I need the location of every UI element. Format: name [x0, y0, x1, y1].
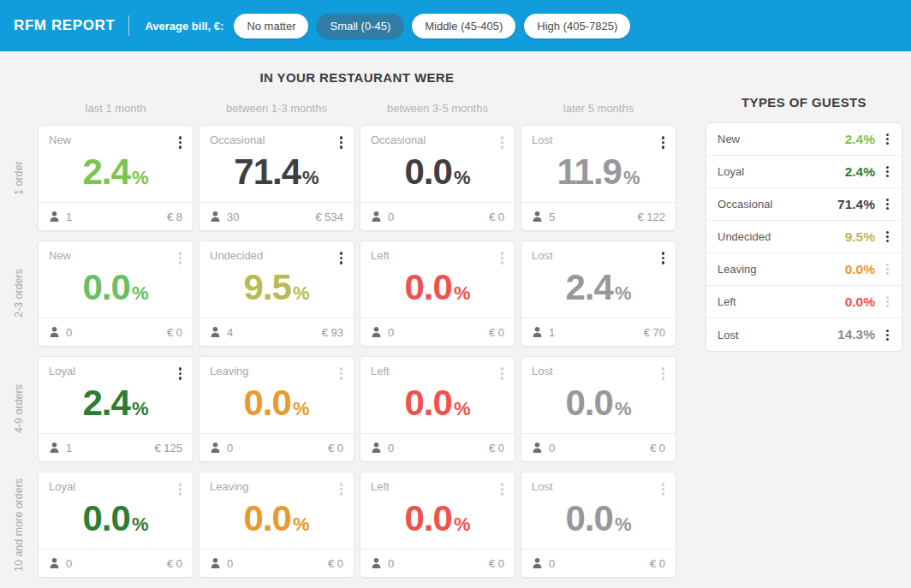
- segment-percentage: 2.4%: [39, 383, 193, 424]
- segment-percentage: 0.0%: [360, 498, 515, 539]
- card-footer: 0€ 0: [39, 318, 193, 346]
- guest-type-percentage: 2.4%: [845, 132, 875, 147]
- kebab-menu-icon[interactable]: [499, 480, 506, 498]
- card-footer: 30€ 534: [199, 202, 354, 230]
- percent-sign: %: [454, 167, 471, 188]
- row-label-4-9-orders: 4-9 orders: [0, 356, 38, 462]
- kebab-menu-icon[interactable]: [660, 365, 667, 383]
- revenue-amount: € 70: [644, 326, 665, 339]
- filter-button-middle-45-405[interactable]: Middle (45-405): [412, 14, 515, 39]
- person-icon: [210, 211, 221, 223]
- guest-count-value: 4: [227, 326, 233, 339]
- segment-percentage: 0.0%: [360, 151, 515, 193]
- guest-count-value: 5: [549, 211, 555, 223]
- kebab-menu-icon[interactable]: [884, 229, 890, 245]
- segment-percentage: 0.0%: [360, 383, 515, 424]
- row-label-10-and-more-orders: 10 and more orders: [0, 472, 38, 578]
- person-icon: [371, 442, 382, 454]
- segment-percentage: 2.4%: [521, 267, 676, 308]
- segment-card-occasional-r1c2: Occasional71.4%30€ 534: [199, 125, 354, 231]
- percentage-number: 0.0: [83, 498, 130, 538]
- kebab-menu-icon[interactable]: [499, 134, 506, 151]
- person-icon: [371, 326, 382, 338]
- kebab-menu-icon[interactable]: [884, 261, 890, 277]
- card-footer: 1€ 70: [521, 318, 676, 346]
- card-header: Left: [360, 472, 515, 498]
- guest-count-value: 30: [227, 211, 239, 223]
- percentage-number: 0.0: [244, 383, 291, 423]
- segment-label: Lost: [532, 249, 553, 262]
- percentage-number: 11.9: [557, 151, 622, 192]
- card-header: Lost: [521, 241, 676, 267]
- percentage-number: 9.5: [244, 267, 291, 307]
- kebab-menu-icon[interactable]: [499, 249, 506, 267]
- card-footer: 5€ 122: [521, 202, 676, 230]
- kebab-menu-icon[interactable]: [177, 480, 184, 498]
- revenue-amount: € 0: [489, 211, 504, 223]
- kebab-menu-icon[interactable]: [499, 365, 506, 383]
- guest-count-value: 1: [549, 326, 555, 339]
- kebab-menu-icon[interactable]: [177, 134, 184, 151]
- segment-label: New: [49, 134, 71, 146]
- guest-type-label: Left: [717, 295, 845, 308]
- guest-count: 4: [210, 326, 233, 339]
- kebab-menu-icon[interactable]: [884, 327, 890, 343]
- segment-label: New: [49, 249, 71, 262]
- card-footer: 0€ 0: [199, 433, 354, 461]
- guest-type-row-leaving: Leaving0.0%: [706, 253, 902, 286]
- guest-type-label: Occasional: [717, 198, 837, 211]
- kebab-menu-icon[interactable]: [338, 134, 345, 151]
- segment-card-loyal-r4c1: Loyal0.0%0€ 0: [38, 472, 194, 578]
- segment-percentage: 0.0%: [199, 383, 354, 424]
- card-header: New: [39, 126, 193, 151]
- revenue-amount: € 0: [489, 557, 504, 570]
- segment-card-leaving-r3c2: Leaving0.0%0€ 0: [199, 356, 354, 462]
- percentage-number: 0.0: [244, 498, 291, 538]
- card-footer: 1€ 125: [39, 433, 193, 461]
- kebab-menu-icon[interactable]: [884, 294, 890, 310]
- guest-count-value: 0: [66, 557, 72, 570]
- row-labels: 1 order2-3 orders4-9 orders10 and more o…: [0, 125, 38, 583]
- guest-count: 0: [210, 557, 233, 570]
- kebab-menu-icon[interactable]: [338, 249, 345, 267]
- revenue-amount: € 0: [328, 557, 343, 570]
- person-icon: [532, 442, 543, 454]
- guest-count: 0: [371, 557, 394, 570]
- guest-type-percentage: 9.5%: [845, 229, 875, 245]
- filter-button-small-0-45[interactable]: Small (0-45): [317, 14, 403, 39]
- card-footer: 0€ 0: [521, 433, 676, 461]
- kebab-menu-icon[interactable]: [338, 480, 345, 498]
- column-header-between-1-3-months: between 1-3 months: [199, 102, 354, 115]
- kebab-menu-icon[interactable]: [884, 131, 890, 147]
- kebab-menu-icon[interactable]: [660, 134, 667, 151]
- percentage-number: 0.0: [405, 267, 452, 307]
- segment-label: Left: [371, 365, 390, 377]
- segment-card-lost-r2c4: Lost2.4%1€ 70: [521, 241, 676, 347]
- kebab-menu-icon[interactable]: [884, 196, 890, 212]
- segment-percentage: 9.5%: [199, 267, 354, 308]
- percentage-number: 0.0: [405, 383, 452, 423]
- filter-button-high-405-7825[interactable]: High (405-7825): [524, 14, 630, 39]
- filter-button-no-matter[interactable]: No matter: [234, 14, 308, 39]
- kebab-menu-icon[interactable]: [660, 249, 667, 267]
- segment-card-loyal-r3c1: Loyal2.4%1€ 125: [38, 356, 194, 462]
- kebab-menu-icon[interactable]: [177, 365, 184, 383]
- kebab-menu-icon[interactable]: [884, 163, 890, 180]
- card-footer: 0€ 0: [521, 549, 676, 577]
- percent-sign: %: [293, 514, 310, 535]
- guest-count-value: 0: [549, 442, 555, 454]
- kebab-menu-icon[interactable]: [338, 365, 345, 383]
- column-header-between-3-5-months: between 3-5 months: [360, 102, 515, 115]
- card-footer: 0€ 0: [39, 549, 193, 577]
- guest-type-label: Leaving: [717, 263, 845, 276]
- percent-sign: %: [302, 167, 319, 188]
- card-header: Left: [360, 357, 515, 383]
- person-icon: [210, 326, 221, 338]
- card-header: Occasional: [360, 126, 515, 151]
- segment-card-undecided-r2c2: Undecided9.5%4€ 93: [199, 241, 354, 347]
- card-header: New: [39, 241, 193, 267]
- percentage-number: 0.0: [566, 498, 613, 538]
- kebab-menu-icon[interactable]: [660, 480, 667, 498]
- segment-label: Left: [371, 480, 390, 493]
- kebab-menu-icon[interactable]: [177, 249, 184, 267]
